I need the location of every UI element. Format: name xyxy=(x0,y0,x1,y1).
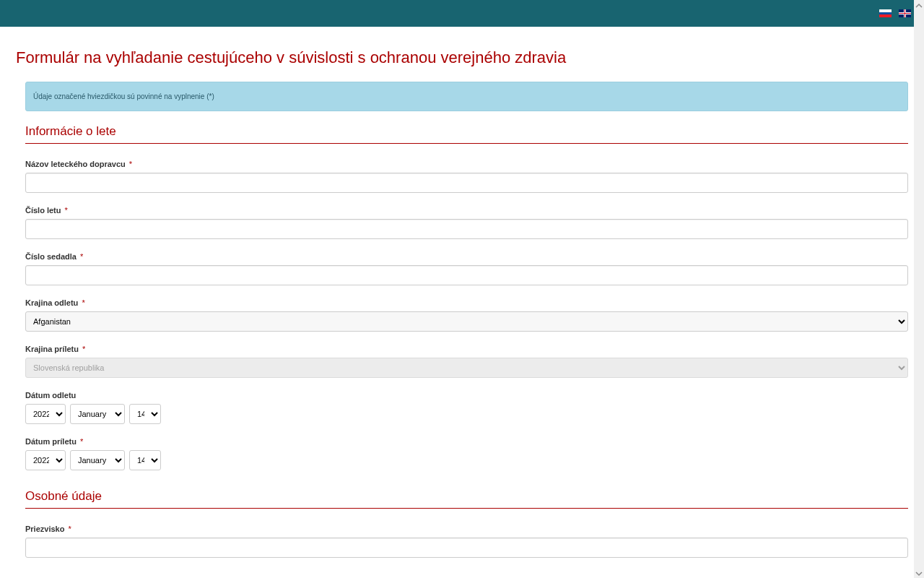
select-departure-year[interactable]: 2022 xyxy=(25,404,66,424)
label-text: Dátum príletu xyxy=(25,437,77,446)
label-text: Priezvisko xyxy=(25,525,64,533)
select-departure-country[interactable]: Afganistan xyxy=(25,311,908,332)
required-marker: * xyxy=(82,345,85,353)
label-text: Číslo sedadla xyxy=(25,252,77,261)
field-arrival-date: Dátum príletu * 2022 January 14 xyxy=(25,437,908,470)
select-arrival-year[interactable]: 2022 xyxy=(25,450,66,470)
label-text: Číslo letu xyxy=(25,206,61,215)
field-airline-name: Názov leteckého dopravcu * xyxy=(25,160,908,193)
label-text: Dátum odletu xyxy=(25,391,76,400)
lang-flag-en[interactable] xyxy=(899,9,911,17)
input-airline-name[interactable] xyxy=(25,173,908,193)
label-flight-number: Číslo letu * xyxy=(25,206,908,215)
required-marker: * xyxy=(68,525,71,533)
required-marker: * xyxy=(80,252,83,261)
label-arrival-country: Krajina príletu * xyxy=(25,345,908,353)
scroll-up-icon[interactable] xyxy=(915,1,923,9)
select-departure-day[interactable]: 14 xyxy=(129,404,161,424)
required-marker: * xyxy=(80,437,83,446)
form-container: Údaje označené hviezdičkou sú povinné na… xyxy=(0,82,924,558)
field-departure-date: Dátum odletu 2022 January 14 xyxy=(25,391,908,424)
date-row-arrival: 2022 January 14 xyxy=(25,450,908,470)
field-seat-number: Číslo sedadla * xyxy=(25,252,908,285)
input-seat-number[interactable] xyxy=(25,265,908,285)
field-surname: Priezvisko * xyxy=(25,525,908,558)
label-airline-name: Názov leteckého dopravcu * xyxy=(25,160,908,168)
label-departure-date: Dátum odletu xyxy=(25,391,908,400)
select-departure-month[interactable]: January xyxy=(70,404,125,424)
label-departure-country: Krajina odletu * xyxy=(25,298,908,307)
label-surname: Priezvisko * xyxy=(25,525,908,533)
required-marker: * xyxy=(82,298,84,307)
label-seat-number: Číslo sedadla * xyxy=(25,252,908,261)
lang-flag-sk[interactable] xyxy=(879,9,892,17)
label-text: Krajina príletu xyxy=(25,345,79,353)
field-flight-number: Číslo letu * xyxy=(25,206,908,239)
section-flight-info: Informácie o lete xyxy=(25,124,908,144)
top-header-bar xyxy=(0,0,924,27)
label-text: Krajina odletu xyxy=(25,298,78,307)
label-text: Názov leteckého dopravcu xyxy=(25,160,126,168)
required-marker: * xyxy=(129,160,132,168)
section-personal-info: Osobné údaje xyxy=(25,489,908,509)
input-flight-number[interactable] xyxy=(25,219,908,239)
field-arrival-country: Krajina príletu * Slovenská republika xyxy=(25,345,908,378)
field-departure-country: Krajina odletu * Afganistan xyxy=(25,298,908,332)
date-row-departure: 2022 January 14 xyxy=(25,404,908,424)
select-arrival-month[interactable]: January xyxy=(70,450,125,470)
label-arrival-date: Dátum príletu * xyxy=(25,437,908,446)
scroll-down-icon[interactable] xyxy=(915,569,923,571)
info-banner: Údaje označené hviezdičkou sú povinné na… xyxy=(25,82,908,111)
required-marker: * xyxy=(65,206,68,215)
page-title: Formulár na vyhľadanie cestujúceho v súv… xyxy=(0,27,924,82)
select-arrival-day[interactable]: 14 xyxy=(129,450,161,470)
scrollbar-track[interactable] xyxy=(914,0,924,571)
select-arrival-country: Slovenská republika xyxy=(25,358,908,378)
input-surname[interactable] xyxy=(25,538,908,558)
